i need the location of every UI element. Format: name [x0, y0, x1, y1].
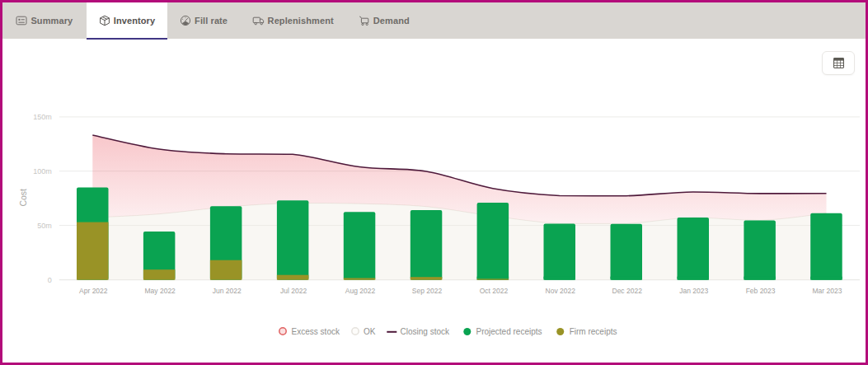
svg-text:OK: OK: [364, 327, 376, 336]
svg-text:Apr 2022: Apr 2022: [79, 287, 108, 295]
svg-text:150m: 150m: [33, 113, 52, 121]
svg-text:Dec 2022: Dec 2022: [612, 287, 643, 295]
svg-text:Nov 2022: Nov 2022: [546, 287, 576, 295]
svg-text:100m: 100m: [33, 167, 52, 175]
svg-text:Closing stock: Closing stock: [401, 327, 450, 336]
svg-text:May 2022: May 2022: [145, 287, 176, 295]
svg-text:Sep 2022: Sep 2022: [412, 287, 443, 295]
svg-text:Firm receipts: Firm receipts: [570, 327, 617, 336]
svg-text:Mar 2023: Mar 2023: [813, 287, 842, 295]
svg-text:50m: 50m: [37, 222, 52, 230]
svg-text:Jul 2022: Jul 2022: [280, 287, 307, 295]
svg-text:Excess stock: Excess stock: [292, 327, 340, 336]
svg-text:0: 0: [48, 276, 52, 284]
svg-text:Feb 2023: Feb 2023: [746, 287, 776, 295]
svg-text:Projected receipts: Projected receipts: [476, 327, 542, 336]
svg-text:Cost: Cost: [18, 189, 28, 207]
svg-text:Aug 2022: Aug 2022: [345, 287, 376, 295]
svg-text:Jan 2023: Jan 2023: [679, 287, 708, 295]
svg-text:Jun 2022: Jun 2022: [213, 287, 242, 295]
svg-text:Oct 2022: Oct 2022: [480, 287, 509, 295]
